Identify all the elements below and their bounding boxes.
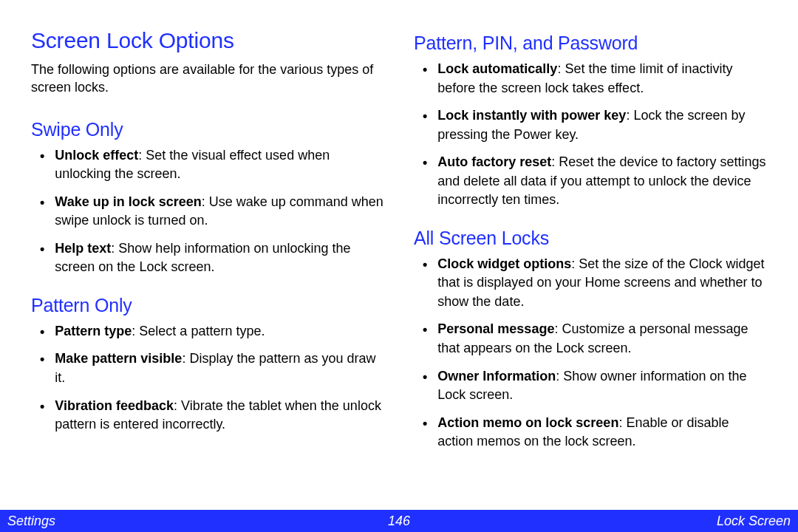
page-title: Screen Lock Options	[31, 28, 384, 53]
bullet-icon: •	[423, 321, 427, 340]
bullet-icon: •	[423, 107, 427, 126]
term: Pattern type	[55, 324, 132, 338]
list: •Pattern type: Select a pattern type. •M…	[31, 322, 384, 434]
list-item: •Wake up in lock screen: Use wake up com…	[40, 193, 384, 231]
page-body: Screen Lock Options The following option…	[0, 0, 798, 510]
term: Lock instantly with power key	[437, 108, 626, 123]
list-item: •Action memo on lock screen: Enable or d…	[423, 414, 767, 451]
list-item: •Vibration feedback: Vibrate the tablet …	[40, 397, 384, 434]
page-footer: Settings 146 Lock Screen	[0, 510, 798, 532]
list-item: •Clock widget options: Set the size of t…	[423, 255, 767, 312]
list-item: •Personal message: Customize a personal …	[423, 320, 767, 358]
section-swipe-only: Swipe Only •Unlock effect: Set the visua…	[31, 119, 384, 277]
list-item: •Unlock effect: Set the visual effect us…	[40, 146, 384, 184]
left-column: Screen Lock Options The following option…	[31, 28, 384, 510]
bullet-icon: •	[423, 154, 427, 173]
bullet-icon: •	[423, 256, 427, 275]
list-item: •Auto factory reset: Reset the device to…	[423, 153, 767, 210]
bullet-icon: •	[40, 194, 44, 213]
term: Personal message	[437, 321, 554, 336]
term: Help text	[55, 241, 111, 256]
term: Make pattern visible	[55, 351, 182, 366]
section-all-screen-locks: All Screen Locks •Clock widget options: …	[414, 228, 767, 451]
section-heading: All Screen Locks	[414, 228, 767, 249]
list-item: •Owner Information: Show owner informati…	[423, 367, 767, 405]
term: Owner Information	[437, 369, 556, 383]
desc: : Select a pattern type.	[132, 324, 265, 338]
term: Auto factory reset	[437, 154, 551, 169]
term: Action memo on lock screen	[437, 415, 618, 430]
list: •Clock widget options: Set the size of t…	[414, 255, 767, 451]
term: Clock widget options	[437, 256, 571, 271]
footer-left: Settings	[7, 514, 268, 529]
section-heading: Swipe Only	[31, 119, 384, 140]
bullet-icon: •	[423, 368, 427, 387]
bullet-icon: •	[40, 147, 44, 166]
section-heading: Pattern Only	[31, 295, 384, 316]
bullet-icon: •	[40, 323, 44, 342]
section-heading: Pattern, PIN, and Password	[414, 33, 767, 54]
bullet-icon: •	[423, 415, 427, 434]
footer-right: Lock Screen	[530, 514, 791, 529]
term: Unlock effect	[55, 148, 138, 163]
bullet-icon: •	[40, 398, 44, 417]
section-pattern-pin-password: Pattern, PIN, and Password •Lock automat…	[414, 33, 767, 210]
term: Vibration feedback	[55, 398, 174, 413]
list: •Lock automatically: Set the time limit …	[414, 60, 767, 210]
section-pattern-only: Pattern Only •Pattern type: Select a pat…	[31, 295, 384, 434]
list-item: •Pattern type: Select a pattern type.	[40, 322, 384, 341]
term: Wake up in lock screen	[55, 194, 201, 209]
term: Lock automatically	[437, 61, 557, 76]
intro-text: The following options are available for …	[31, 61, 384, 97]
bullet-icon: •	[40, 350, 44, 369]
list-item: •Lock automatically: Set the time limit …	[423, 60, 767, 98]
footer-page-number: 146	[268, 514, 529, 529]
right-column: Pattern, PIN, and Password •Lock automat…	[414, 28, 767, 510]
list-item: •Lock instantly with power key: Lock the…	[423, 106, 767, 144]
list-item: •Make pattern visible: Display the patte…	[40, 349, 384, 387]
list: •Unlock effect: Set the visual effect us…	[31, 146, 384, 277]
bullet-icon: •	[40, 240, 44, 259]
list-item: •Help text: Show help information on unl…	[40, 239, 384, 277]
bullet-icon: •	[423, 61, 427, 80]
